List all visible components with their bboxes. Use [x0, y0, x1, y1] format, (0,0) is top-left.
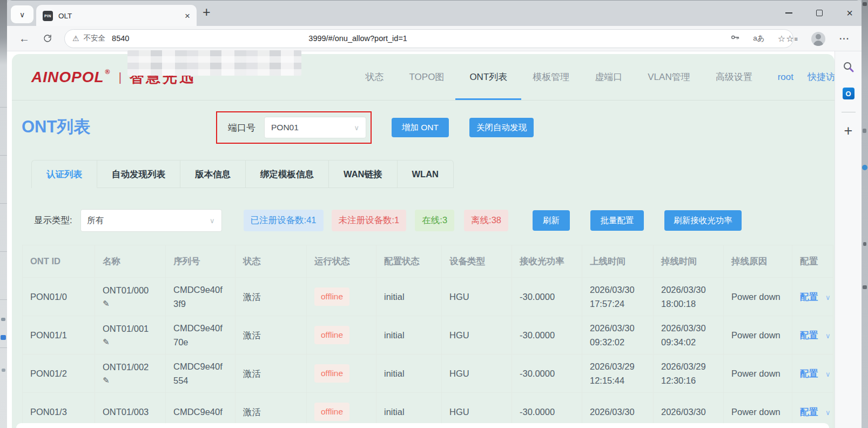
- back-icon[interactable]: ←: [19, 32, 30, 45]
- page-title: ONT列表: [22, 116, 90, 138]
- close-auto-discover-button[interactable]: 关闭自动发现: [469, 118, 534, 137]
- ont-name: ONT01/003: [103, 405, 163, 419]
- minimize-button[interactable]: [785, 12, 792, 14]
- browser-tab[interactable]: PIN OLT ×: [36, 5, 197, 26]
- cell-serial: CMDC9e40f 3f9: [166, 278, 235, 316]
- cell-offline-reason: Power down: [724, 355, 792, 393]
- desktop-edge-left: [0, 0, 7, 428]
- cell-offline-time: 2026/03/30 09:34:02: [654, 316, 724, 355]
- tab-close-icon[interactable]: ×: [185, 11, 190, 21]
- nav-item-advanced[interactable]: 高级设置: [716, 54, 752, 100]
- outlook-icon[interactable]: O: [843, 88, 854, 99]
- edit-icon[interactable]: ✎: [103, 374, 163, 387]
- edit-icon[interactable]: ✎: [103, 336, 163, 349]
- nav-item-ont-list[interactable]: ONT列表: [469, 54, 507, 100]
- config-link[interactable]: 配置: [800, 407, 818, 417]
- cell-ont-id: PON01/2: [23, 355, 95, 393]
- profile-avatar[interactable]: [811, 32, 825, 46]
- star-icon: ☆: [786, 34, 793, 44]
- nav-item-template[interactable]: 模板管理: [533, 54, 569, 100]
- translate-icon[interactable]: aあ: [753, 34, 764, 43]
- cell-serial: CMDC9e40f 554: [166, 355, 235, 393]
- serial-line2: 3f9: [173, 297, 233, 311]
- online-clock: 17:57:24: [590, 297, 651, 311]
- cell-ont-id: PON01/1: [23, 316, 95, 355]
- redacted-blur-overlay: [127, 50, 301, 76]
- online-date: 2026/03/30: [590, 283, 651, 297]
- list-lines-icon: ≡: [795, 36, 797, 42]
- tab-bar: ∨ PIN OLT × + ×: [7, 0, 862, 26]
- tab-auto-discover-list[interactable]: 自动发现列表: [97, 160, 180, 188]
- desktop-fragment: [1, 318, 5, 321]
- list-tabs: 认证列表 自动发现列表 版本信息 绑定模板信息 WAN链接 WLAN: [31, 160, 454, 188]
- config-link[interactable]: 配置: [800, 369, 818, 378]
- nav-item-vlan[interactable]: VLAN管理: [648, 54, 690, 100]
- refresh-rx-power-button[interactable]: 刷新接收光功率: [664, 210, 742, 231]
- tab-auth-list[interactable]: 认证列表: [32, 160, 97, 188]
- nav-item-topo[interactable]: TOPO图: [409, 54, 445, 100]
- toolbar-right-actions: ☆≡ ···: [786, 26, 850, 51]
- reload-icon[interactable]: [43, 34, 52, 43]
- tab-bound-template-info[interactable]: 绑定模板信息: [246, 160, 329, 188]
- add-sidebar-app-icon[interactable]: +: [844, 123, 853, 139]
- table-row: PON01/2 ONT01/002 ✎ CMDC9e40f 554 激活: [23, 355, 833, 393]
- desktop-fragment: [863, 242, 866, 246]
- offline-date: 2026/03/30: [661, 321, 721, 335]
- cell-name: ONT01/000 ✎: [95, 278, 166, 316]
- chevron-down-icon[interactable]: ∨: [825, 293, 831, 302]
- chevron-down-icon[interactable]: ∨: [825, 332, 831, 340]
- browser-menu-icon[interactable]: ···: [839, 34, 850, 44]
- desktop-fragment: [862, 165, 867, 170]
- ont-name: ONT01/000: [103, 283, 163, 297]
- new-tab-button[interactable]: +: [203, 4, 211, 20]
- col-offline-reason: 掉线原因: [724, 245, 792, 278]
- pin-favicon-icon: PIN: [43, 11, 53, 21]
- nav-user-root[interactable]: root: [778, 54, 793, 100]
- cell-device-type: HGU: [442, 278, 512, 316]
- desktop-fragment: [1, 335, 6, 340]
- batch-config-button[interactable]: 批量配置: [590, 210, 644, 231]
- tab-wan-link[interactable]: WAN链接: [329, 160, 398, 188]
- col-ont-id: ONT ID: [23, 245, 95, 278]
- window-close-button[interactable]: ×: [846, 8, 853, 18]
- display-type-select[interactable]: 所有 ∨: [80, 209, 222, 232]
- url-suffix: 3999/#/onu_allow?port_id=1: [308, 34, 407, 43]
- cell-run-status: offline: [307, 278, 376, 316]
- config-link[interactable]: 配置: [800, 330, 818, 340]
- offline-clock: 18:00:18: [661, 297, 721, 311]
- col-rx-power: 接收光功率: [512, 245, 582, 278]
- config-link[interactable]: 配置: [800, 292, 818, 302]
- chevron-down-icon[interactable]: ∨: [825, 370, 831, 378]
- nav-quick-access[interactable]: 快捷访问: [808, 54, 835, 100]
- tab-version-info[interactable]: 版本信息: [180, 160, 246, 188]
- offline-status-badge: offline: [314, 403, 349, 421]
- tab-search-button[interactable]: ∨: [11, 5, 33, 23]
- nav-item-status[interactable]: 状态: [366, 54, 384, 100]
- chevron-down-icon: ∨: [19, 10, 25, 19]
- cell-online-time: 2026/03/30 17:57:24: [582, 278, 654, 316]
- desktop-fragment: [863, 285, 867, 289]
- address-bar-actions: aあ ☆: [730, 32, 785, 44]
- maximize-button[interactable]: [816, 10, 823, 16]
- cell-rx-power: -30.0000: [512, 278, 582, 316]
- nav-item-virtual-port[interactable]: 虚端口: [595, 54, 622, 100]
- refresh-button[interactable]: 刷新: [533, 210, 570, 231]
- port-select[interactable]: PON01 ∨: [264, 117, 366, 138]
- col-name: 名称: [95, 245, 166, 278]
- cell-status: 激活: [235, 355, 307, 393]
- not-secure-warning-icon: ⚠: [72, 34, 79, 43]
- bookmark-star-icon[interactable]: ☆: [778, 34, 785, 44]
- online-clock: 12:15:44: [590, 373, 651, 387]
- add-ont-button[interactable]: 增加 ONT: [392, 118, 449, 137]
- col-offline-time: 掉线时间: [654, 245, 724, 278]
- offline-status-badge: offline: [314, 364, 349, 383]
- password-key-icon[interactable]: [730, 32, 740, 44]
- col-config: 配置: [792, 245, 833, 278]
- tab-wlan[interactable]: WLAN: [398, 160, 454, 188]
- cell-serial: CMDC9e40f 70e: [166, 316, 235, 355]
- search-icon[interactable]: [842, 61, 855, 73]
- favorites-bar-icon[interactable]: ☆≡: [786, 34, 797, 44]
- chevron-down-icon[interactable]: ∨: [825, 409, 831, 417]
- address-bar[interactable]: ⚠ 不安全 8540 3999/#/onu_allow?port_id=1 aあ…: [64, 29, 793, 48]
- edit-icon[interactable]: ✎: [103, 297, 163, 310]
